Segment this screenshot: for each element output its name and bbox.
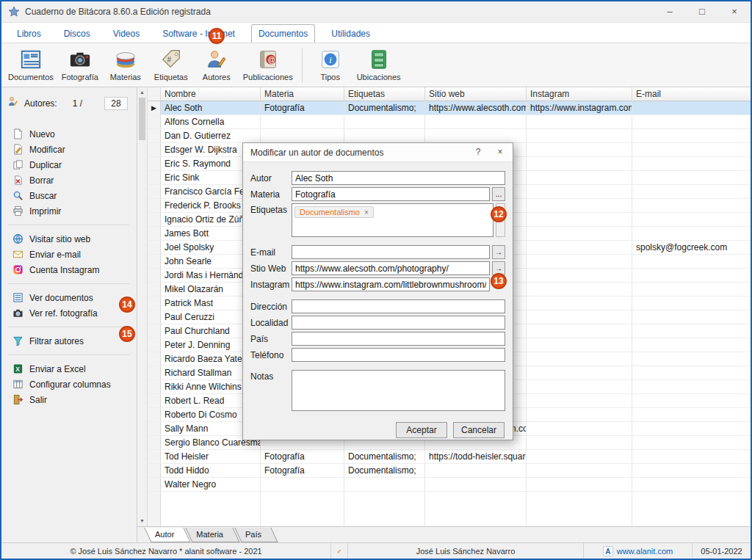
localidad-label: Localidad: [250, 318, 292, 328]
email-action-button[interactable]: →: [492, 245, 505, 259]
dialog-help-button[interactable]: ?: [467, 143, 489, 161]
toolbar-label: Tipos: [320, 73, 340, 81]
tab-autor[interactable]: Autor: [145, 527, 190, 542]
menu-tab-software-internet[interactable]: Software - Internet: [156, 25, 242, 43]
documents-icon: [20, 48, 42, 70]
sitio-web-field[interactable]: [292, 261, 490, 275]
maximize-button[interactable]: □: [686, 1, 718, 22]
toolbar-materias[interactable]: Materias: [103, 45, 148, 86]
instagram-field[interactable]: [292, 277, 490, 291]
localidad-field[interactable]: [292, 316, 505, 330]
sidebar-item-buscar[interactable]: Buscar: [1, 188, 137, 203]
scroll-down-icon[interactable]: ▼: [137, 516, 147, 526]
status-bar: © José Luis Sánchez Navarro * alanit sof…: [1, 542, 751, 559]
close-button[interactable]: ×: [718, 1, 751, 22]
column-header-sitio-web[interactable]: Sitio web: [425, 87, 527, 101]
toolbar-fotografia[interactable]: Fotografía: [57, 45, 103, 86]
aceptar-button[interactable]: Aceptar: [396, 422, 447, 438]
email-field[interactable]: [292, 245, 490, 259]
cell-instagram: [527, 352, 632, 366]
scrollbar-thumb[interactable]: [139, 98, 145, 140]
row-selector: [148, 255, 161, 268]
table-row[interactable]: Walter Negro: [148, 478, 751, 492]
sidebar-separator: [8, 283, 130, 284]
sidebar-item-filtrar-autores[interactable]: Filtrar autores: [1, 333, 137, 349]
materia-browse-button[interactable]: ...: [492, 187, 505, 201]
cell-instagram: [527, 199, 632, 212]
sidebar-item-visitar-sitio-web[interactable]: Visitar sitio web: [1, 231, 137, 247]
toolbar-label: Etiquetas: [154, 73, 188, 81]
tab-materia[interactable]: Materia: [186, 527, 239, 542]
materia-field[interactable]: [292, 187, 490, 201]
sidebar-item-configurar-columnas[interactable]: Configurar columnas: [1, 377, 137, 392]
toolbar-ubicaciones[interactable]: Ubicaciones: [353, 45, 405, 86]
table-scrollbar[interactable]: ▲ ▼: [137, 87, 148, 526]
tag-remove-icon[interactable]: ×: [364, 208, 369, 217]
direccion-label: Dirección: [250, 302, 292, 312]
autor-field[interactable]: [292, 171, 505, 185]
cell-instagram: [527, 255, 632, 268]
sidebar-item-label: Configurar columnas: [29, 379, 111, 390]
table-row[interactable]: Tod HeislerFotografíaDocumentalismo;http…: [148, 450, 751, 464]
menu-tab-libros[interactable]: Libros: [10, 25, 48, 43]
sidebar-item-borrar[interactable]: Borrar: [1, 172, 137, 188]
cell-instagram: [527, 478, 632, 491]
toolbar-publicaciones[interactable]: @ Publicaciones: [239, 45, 297, 86]
cell-etiquetas: [344, 492, 425, 526]
menu-tab-videos[interactable]: Videos: [106, 25, 146, 43]
toolbar-autores[interactable]: Autores: [194, 45, 239, 86]
column-header-instagram[interactable]: Instagram: [527, 87, 632, 101]
table-row[interactable]: Dan D. Gutierrez: [148, 129, 751, 143]
minimize-button[interactable]: –: [654, 1, 686, 22]
sidebar-item-ver-ref-fotografia[interactable]: Ver ref. fotografía: [1, 305, 137, 321]
sidebar-item-ver-documentos[interactable]: Ver documentos: [1, 290, 137, 305]
toolbar-separator: [302, 48, 303, 82]
sidebar-item-enviar-email[interactable]: Enviar e-mail: [1, 247, 137, 262]
website-link[interactable]: www.alanit.com: [617, 547, 673, 556]
sidebar-item-modificar[interactable]: Modificar: [1, 142, 137, 157]
table-row[interactable]: Alfons Cornella: [148, 115, 751, 129]
notas-field[interactable]: [292, 370, 505, 411]
cell-email: [632, 101, 751, 114]
toolbar-tipos[interactable]: i Tipos: [308, 45, 353, 86]
row-selector: [148, 143, 161, 156]
sidebar-item-enviar-a-excel[interactable]: X Enviar a Excel: [1, 361, 137, 377]
pais-field[interactable]: [292, 332, 505, 346]
row-selector: [148, 227, 161, 240]
svg-text:#: #: [167, 56, 171, 64]
menu-tab-discos[interactable]: Discos: [57, 25, 97, 43]
row-selector: [148, 436, 161, 449]
menu-tab-utilidades[interactable]: Utilidades: [325, 25, 377, 43]
dialog-close-icon[interactable]: ×: [489, 143, 511, 161]
sidebar-item-imprimir[interactable]: Imprimir: [1, 203, 137, 219]
column-header-materia[interactable]: Materia: [261, 87, 344, 101]
cell-nombre: Dan D. Gutierrez: [161, 129, 261, 142]
cell-instagram: [527, 143, 632, 156]
sidebar-item-salir[interactable]: Salir: [1, 392, 137, 407]
cell-nombre: Tod Heisler: [161, 450, 261, 463]
sidebar-item-cuenta-instagram[interactable]: Cuenta Instagram: [1, 262, 137, 277]
etiquetas-field[interactable]: Documentalismo ×: [292, 203, 494, 237]
sidebar-item-nuevo[interactable]: Nuevo: [1, 126, 137, 142]
cell-instagram: https://www.instagram.com/litt: [527, 101, 632, 114]
toolbar-etiquetas[interactable]: # Etiquetas: [148, 45, 194, 86]
sidebar-item-duplicar[interactable]: Duplicar: [1, 157, 137, 172]
cell-instagram: [527, 283, 632, 296]
direccion-field[interactable]: [292, 299, 505, 313]
sidebar-item-label: Visitar sitio web: [29, 234, 90, 244]
menu-tab-documentos[interactable]: Documentos: [251, 24, 315, 43]
delete-icon: [12, 175, 24, 186]
cell-email: [632, 185, 751, 198]
cancelar-button[interactable]: Cancelar: [453, 422, 505, 438]
column-header-nombre[interactable]: Nombre: [161, 87, 261, 101]
column-header-email[interactable]: E-mail: [632, 87, 751, 101]
cell-instagram: [527, 324, 632, 338]
table-row[interactable]: ▶Alec SothFotografíaDocumentalismo;https…: [148, 101, 751, 115]
scroll-up-icon[interactable]: ▲: [137, 87, 147, 98]
tab-pais[interactable]: País: [235, 527, 278, 542]
column-header-etiquetas[interactable]: Etiquetas: [344, 87, 425, 101]
table-row[interactable]: Todd HiddoFotografíaDocumentalismo;: [148, 464, 751, 478]
toolbar-documentos[interactable]: Documentos: [4, 45, 57, 86]
telefono-field[interactable]: [292, 348, 505, 362]
row-selector: [148, 171, 161, 184]
